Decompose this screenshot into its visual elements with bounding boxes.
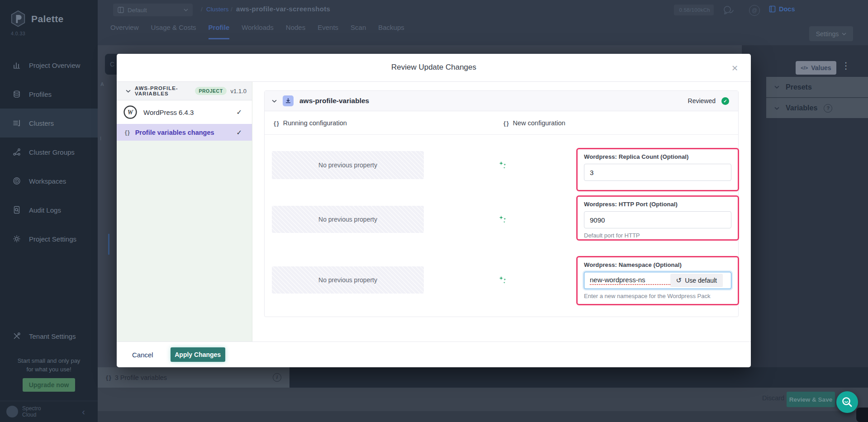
tab-overview[interactable]: Overview — [110, 24, 139, 38]
org-name: Spectro Cloud — [22, 405, 78, 418]
bar-chart-icon — [13, 61, 21, 69]
info-icon[interactable]: i — [273, 373, 281, 382]
sidebar-item-tenant-settings[interactable]: Tenant Settings — [0, 322, 98, 351]
sidebar-item-audit-logs[interactable]: Audit Logs — [0, 195, 98, 224]
values-button[interactable]: </> Values — [796, 61, 836, 75]
discard-button[interactable]: Discard — [762, 394, 784, 402]
presets-accordion[interactable]: Presets — [766, 77, 868, 97]
org-avatar — [6, 406, 18, 417]
sidebar-item-workspaces[interactable]: Workspaces — [0, 166, 98, 195]
chevron-down-icon — [774, 107, 779, 110]
background-editor-bottom — [289, 367, 868, 388]
docs-label: Docs — [779, 5, 795, 13]
tab-nodes[interactable]: Nodes — [286, 24, 305, 38]
braces-icon: { } — [106, 374, 111, 381]
wordpress-logo-icon: W — [123, 105, 138, 119]
import-icon — [285, 98, 291, 104]
variables-accordion[interactable]: Variables ? — [766, 98, 868, 118]
tab-backups[interactable]: Backups — [378, 24, 404, 38]
target-icon — [13, 177, 21, 185]
breadcrumb-page-title: aws-profile-var-screenshots — [236, 5, 330, 13]
app-canvas: Default / Clusters / aws-profile-var-scr… — [0, 0, 868, 422]
sparkles-icon — [497, 275, 508, 285]
code-icon: </> — [801, 65, 808, 71]
http-port-input[interactable] — [584, 211, 731, 228]
section-title: aws-profile-variables — [299, 97, 682, 105]
field-http-port: Wordpress: HTTP Port (Optional) Default … — [576, 195, 739, 241]
review-save-button[interactable]: Review & Save — [787, 392, 835, 407]
sidebar-footer: Spectro Cloud ‹ — [0, 401, 98, 422]
cancel-button[interactable]: Cancel — [129, 351, 156, 359]
pack-label: WordPress 6.4.3 — [143, 109, 230, 116]
tools-icon — [13, 332, 21, 340]
sidebar-item-clusters[interactable]: Clusters — [0, 109, 98, 138]
usage-meter: 0.58/100kCh — [674, 5, 714, 15]
diff-column-headers: { } Running configuration { } New config… — [265, 111, 738, 135]
compass-icon[interactable]: @ — [749, 5, 760, 16]
app-name: Palette — [31, 14, 64, 24]
background-selection-indicator — [108, 234, 109, 255]
apply-changes-button[interactable]: Apply Changes — [171, 347, 225, 362]
collapse-sidebar-icon[interactable]: ‹ — [82, 407, 91, 417]
chat-icon[interactable] — [723, 5, 735, 16]
chevron-down-icon — [184, 9, 188, 11]
check-icon: ✓ — [236, 128, 242, 137]
profile-variables-count: 3 Profile variables — [115, 374, 167, 381]
profile-tree-header[interactable]: AWS-PROFILE-VARIABLES PROJECT v1.1.0 — [117, 82, 252, 100]
pack-icon — [283, 95, 294, 106]
chevron-down-icon — [774, 85, 779, 89]
app-logo[interactable]: Palette — [10, 10, 64, 28]
cluster-list-icon — [13, 119, 21, 127]
book-icon — [769, 5, 776, 13]
sidebar-item-project-settings[interactable]: Project Settings — [0, 224, 98, 253]
profile-tree-panel: AWS-PROFILE-VARIABLES PROJECT v1.1.0 W W… — [117, 82, 252, 341]
no-previous-property-box: No previous property — [272, 266, 424, 294]
braces-icon: { } — [274, 120, 279, 127]
floating-search-button[interactable] — [836, 391, 858, 413]
field-label: Wordpress: Namespace (Optional) — [584, 261, 731, 268]
restore-icon: ↺ — [676, 276, 682, 284]
profile-name: AWS-PROFILE-VARIABLES — [135, 85, 191, 96]
modal-header: Review Update Changes ✕ — [117, 54, 751, 82]
scope-badge: PROJECT — [195, 87, 226, 95]
variables-label: Profile variables changes — [135, 129, 231, 136]
sidebar-item-profiles[interactable]: Profiles — [0, 80, 98, 109]
question-icon[interactable]: ? — [824, 104, 832, 113]
breadcrumb-clusters-link[interactable]: Clusters — [206, 6, 229, 13]
field-label: Wordpress: Replica Count (Optional) — [584, 153, 731, 160]
namespace-value[interactable]: new-wordpress-ns — [590, 276, 670, 285]
use-default-button[interactable]: ↺ Use default — [670, 274, 723, 287]
background-text-fragment: A — [100, 81, 104, 87]
tab-usage-costs[interactable]: Usage & Costs — [151, 24, 196, 38]
sidebar-tenant-section: Tenant Settings — [0, 322, 98, 351]
profile-variables-row[interactable]: { } 3 Profile variables i — [98, 367, 289, 388]
tree-item-wordpress[interactable]: W WordPress 6.4.3 ✓ — [117, 100, 252, 124]
tab-events[interactable]: Events — [318, 24, 338, 38]
field-helper: Default port for HTTP — [584, 232, 731, 239]
review-update-changes-modal: Review Update Changes ✕ AWS-PROFILE-VARI… — [117, 54, 751, 367]
background-text-fragment: I — [100, 136, 101, 141]
upgrade-now-button[interactable]: Upgrade now — [23, 378, 75, 392]
close-icon[interactable]: ✕ — [729, 63, 741, 74]
cluster-tabs: Overview Usage & Costs Profile Workloads… — [110, 24, 404, 39]
section-header[interactable]: aws-profile-variables Reviewed ✓ — [265, 91, 738, 111]
tab-profile[interactable]: Profile — [209, 24, 230, 39]
sidebar-item-project-overview[interactable]: Project Overview — [0, 51, 98, 80]
tab-workloads[interactable]: Workloads — [242, 24, 274, 38]
sparkles-icon — [497, 214, 508, 225]
docs-link[interactable]: Docs — [769, 5, 795, 13]
sidebar-item-cluster-groups[interactable]: Cluster Groups — [0, 138, 98, 166]
modal-footer: Cancel Apply Changes — [117, 341, 751, 367]
field-namespace: Wordpress: Namespace (Optional) new-word… — [576, 256, 739, 305]
chevron-down-icon — [842, 33, 846, 35]
project-selector[interactable]: Default — [113, 4, 193, 16]
kebab-menu-icon[interactable]: ⋮ — [841, 60, 849, 71]
svg-text:W: W — [128, 109, 134, 116]
namespace-input[interactable]: new-wordpress-ns ↺ Use default — [584, 272, 731, 289]
breadcrumb-separator: / — [201, 6, 203, 13]
tree-item-profile-variables[interactable]: { } Profile variables changes ✓ — [117, 124, 252, 141]
tab-scan[interactable]: Scan — [351, 24, 366, 38]
modal-title: Review Update Changes — [117, 63, 751, 72]
replica-count-input[interactable] — [584, 164, 731, 181]
cluster-settings-button[interactable]: Settings — [809, 26, 853, 41]
